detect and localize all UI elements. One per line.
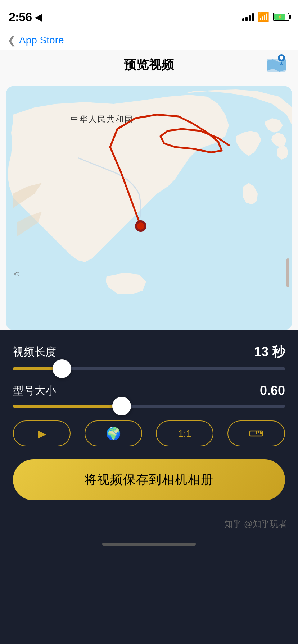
video-length-value: 13 秒 bbox=[254, 343, 285, 361]
model-size-value: 0.60 bbox=[260, 383, 285, 398]
svg-point-2 bbox=[280, 56, 283, 60]
video-length-thumb[interactable] bbox=[53, 359, 71, 378]
svg-text:中华人民共和国: 中华人民共和国 bbox=[71, 115, 134, 124]
status-left: 2:56 ◀ bbox=[9, 10, 42, 24]
action-buttons-row: ▶ 🌍 1:1 bbox=[13, 420, 285, 446]
status-time: 2:56 bbox=[9, 10, 32, 24]
back-chevron-icon[interactable]: ❮ bbox=[7, 34, 16, 46]
save-button[interactable]: 将视频保存到相机相册 bbox=[13, 459, 285, 500]
status-right: 📶 ⚡ bbox=[242, 12, 289, 23]
wifi-icon: 📶 bbox=[258, 12, 269, 23]
signal-icon bbox=[242, 13, 254, 21]
location-arrow-icon: ◀ bbox=[35, 11, 42, 23]
status-bar: 2:56 ◀ 📶 ⚡ bbox=[0, 0, 298, 32]
map-button[interactable]: 🌍 bbox=[85, 420, 142, 446]
model-size-slider[interactable] bbox=[13, 405, 285, 408]
model-size-label-row: 型号大小 0.60 bbox=[13, 383, 285, 398]
ratio-icon: 1:1 bbox=[178, 428, 191, 439]
controls-area: 视频长度 13 秒 型号大小 0.60 ▶ 🌍 1:1 bbox=[0, 330, 298, 446]
model-size-label: 型号大小 bbox=[13, 383, 56, 398]
measure-button[interactable] bbox=[227, 420, 285, 446]
svg-text:©: © bbox=[14, 271, 19, 278]
map-pin-button[interactable] bbox=[266, 54, 287, 77]
play-button[interactable]: ▶ bbox=[13, 420, 71, 446]
home-indicator-bar bbox=[102, 543, 196, 546]
video-length-section: 视频长度 13 秒 bbox=[13, 343, 285, 370]
model-size-thumb[interactable] bbox=[112, 397, 131, 415]
model-size-section: 型号大小 0.60 bbox=[13, 383, 285, 408]
battery-icon: ⚡ bbox=[273, 13, 289, 21]
video-length-label: 视频长度 bbox=[13, 345, 56, 359]
app-store-back-label[interactable]: App Store bbox=[19, 34, 64, 46]
map-view[interactable]: 中华人民共和国 © bbox=[6, 86, 292, 330]
watermark: 知乎 @知乎玩者 bbox=[0, 515, 298, 537]
play-icon: ▶ bbox=[38, 427, 46, 440]
ratio-button[interactable]: 1:1 bbox=[156, 420, 213, 446]
app-store-nav-bar: ❮ App Store bbox=[0, 32, 298, 50]
globe-icon: 🌍 bbox=[106, 426, 121, 441]
video-length-slider[interactable] bbox=[13, 367, 285, 370]
video-length-label-row: 视频长度 13 秒 bbox=[13, 343, 285, 361]
watermark-text: 知乎 @知乎玩者 bbox=[224, 519, 287, 529]
page-title: 预览视频 bbox=[124, 57, 174, 73]
svg-point-7 bbox=[137, 222, 144, 230]
model-size-fill bbox=[13, 405, 122, 408]
home-indicator-area bbox=[0, 537, 298, 553]
map-container: 中华人民共和国 © bbox=[0, 80, 298, 330]
navigation-bar: 预览视频 bbox=[0, 50, 298, 80]
svg-point-15 bbox=[261, 432, 263, 434]
svg-rect-8 bbox=[286, 258, 289, 287]
save-button-container: 将视频保存到相机相册 bbox=[0, 459, 298, 515]
measure-icon bbox=[249, 428, 263, 439]
